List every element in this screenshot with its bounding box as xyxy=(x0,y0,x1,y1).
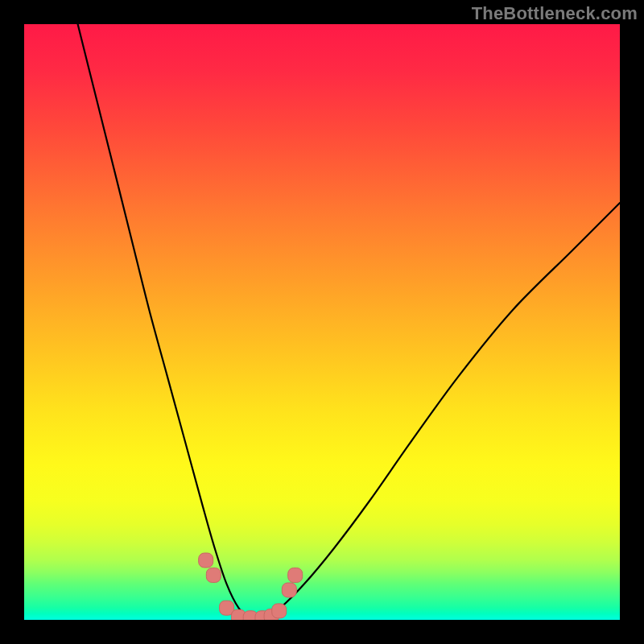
marker-group xyxy=(199,553,303,620)
bottleneck-curve-path xyxy=(78,24,620,620)
valley-marker xyxy=(282,583,296,597)
plot-area xyxy=(24,24,620,620)
valley-marker xyxy=(272,604,287,618)
valley-marker xyxy=(206,568,221,583)
curve-svg xyxy=(24,24,620,620)
valley-marker xyxy=(199,553,213,568)
valley-marker xyxy=(288,568,303,583)
watermark-text: TheBottleneck.com xyxy=(472,3,638,24)
chart-frame: TheBottleneck.com xyxy=(0,0,644,644)
